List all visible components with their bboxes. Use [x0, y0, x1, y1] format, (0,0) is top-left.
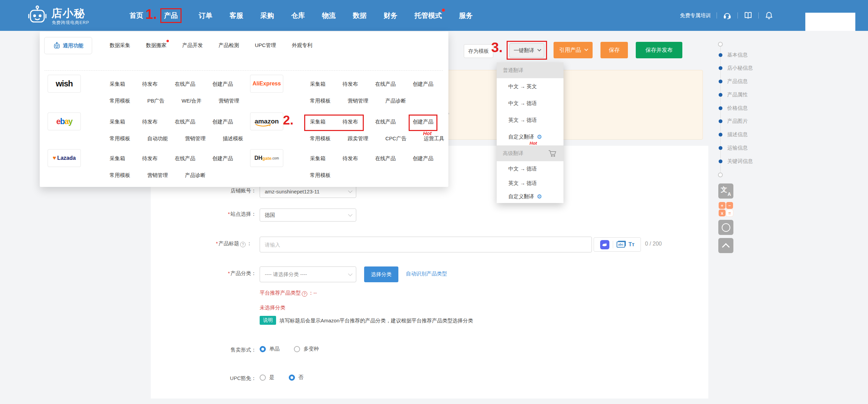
radio-upc-yes[interactable] [260, 375, 266, 381]
menu-link-data-collect[interactable]: 数据采集 [110, 42, 130, 49]
choose-category-button[interactable]: 选择分类 [364, 266, 398, 282]
site-select[interactable]: 德国 [260, 209, 356, 222]
back-to-top-fab[interactable] [718, 238, 733, 253]
ebay-logo[interactable]: ebay [48, 112, 81, 130]
dhgate-collect-box[interactable]: 采集箱 [310, 155, 325, 162]
anchor-product-info[interactable]: 产品信息 [719, 78, 748, 85]
help-icon[interactable]: ? [302, 291, 307, 297]
adv-translate-zh-de[interactable]: 中文 → 德语 [497, 161, 563, 176]
anchor-product-images[interactable]: 产品图片 [719, 118, 748, 124]
ae-marketing[interactable]: 营销管理 [348, 98, 368, 104]
lazada-logo[interactable]: ♥ Lazada [48, 149, 81, 167]
ebay-to-publish[interactable]: 待发布 [142, 119, 158, 125]
lazada-to-publish[interactable]: 待发布 [142, 155, 158, 162]
ebay-collect-box[interactable]: 采集箱 [110, 119, 125, 125]
menu-link-data-move[interactable]: 数据搬家 [146, 42, 166, 49]
translate-zh-de[interactable]: 中文 → 德语 [497, 95, 563, 112]
radio-multi-variant[interactable] [294, 346, 300, 352]
ae-online-products[interactable]: 在线产品 [375, 81, 396, 87]
lazada-diagnosis[interactable]: 产品诊断 [185, 172, 206, 179]
anchor-dxm-info[interactable]: 店小秘信息 [719, 65, 753, 71]
menu-link-product-dev[interactable]: 产品开发 [182, 42, 203, 49]
wish-online-products[interactable]: 在线产品 [175, 81, 195, 87]
anchor-shipping-info[interactable]: 运输信息 [719, 145, 748, 151]
ae-collect-box[interactable]: 采集箱 [310, 81, 325, 87]
lazada-templates[interactable]: 常用模板 [110, 172, 130, 179]
wish-collect-box[interactable]: 采集箱 [110, 81, 125, 87]
amazon-operation-tools[interactable]: 运营工具 [424, 135, 444, 142]
ae-diagnosis[interactable]: 产品诊断 [385, 98, 406, 104]
nav-services[interactable]: 服务 [459, 11, 473, 20]
ai-translate-icon[interactable] [600, 240, 609, 249]
radio-label[interactable]: 否 [298, 374, 303, 381]
adv-translate-en-de[interactable]: 英文 → 德语 [497, 176, 563, 190]
dhgate-online-products[interactable]: 在线产品 [375, 155, 396, 162]
anchor-price-info[interactable]: 价格信息 [719, 105, 748, 111]
save-as-template-button[interactable]: 存为模板 [464, 44, 493, 58]
anchor-keywords-info[interactable]: 关键词信息 [719, 158, 753, 165]
headset-icon[interactable] [723, 11, 732, 20]
text-case-icon[interactable]: Tт [629, 241, 635, 248]
nav-data[interactable]: 数据 [353, 11, 367, 20]
nav-service[interactable]: 客服 [230, 11, 243, 20]
dhgate-create-product[interactable]: 创建产品 [413, 155, 433, 162]
amazon-cpc-ads[interactable]: CPC广告 [385, 135, 407, 142]
product-title-input[interactable] [260, 237, 592, 252]
anchor-product-attrs[interactable]: 产品属性 [719, 92, 748, 98]
notification-bell-icon[interactable] [765, 11, 773, 20]
category-select[interactable]: ---- 请选择分类 ---- [260, 266, 356, 282]
anchor-basic-info[interactable]: 基本信息 [719, 52, 748, 58]
lazada-create-product[interactable]: 创建产品 [212, 155, 233, 162]
handbook-icon[interactable] [744, 11, 753, 20]
amazon-logo[interactable]: amazon [250, 112, 283, 130]
ebay-templates[interactable]: 常用模板 [110, 135, 130, 142]
amazon-templates[interactable]: 常用模板 [310, 135, 331, 142]
lazada-online-products[interactable]: 在线产品 [175, 155, 195, 162]
wish-logo[interactable]: wish [48, 75, 81, 93]
quote-product-button[interactable]: 引用产品 [554, 42, 593, 58]
ebay-create-product[interactable]: 创建产品 [212, 119, 233, 125]
wish-create-product[interactable]: 创建产品 [212, 81, 233, 87]
menu-link-upc-manage[interactable]: UPC管理 [255, 42, 276, 49]
wish-we-merge[interactable]: WE/合并 [182, 98, 201, 104]
ae-to-publish[interactable]: 待发布 [343, 81, 358, 87]
ae-create-product[interactable]: 创建产品 [413, 81, 433, 87]
translate-fab[interactable]: 文 A [718, 183, 733, 199]
translate-zh-en[interactable]: 中文 → 英文 [497, 78, 563, 95]
auto-detect-category-link[interactable]: 自动识别产品类型 [406, 271, 447, 277]
ebay-auto-functions[interactable]: 自动功能 [147, 135, 168, 142]
nav-home[interactable]: 首页 [129, 11, 143, 20]
anchor-description-info[interactable]: 描述信息 [719, 131, 748, 138]
nav-logistics[interactable]: 物流 [322, 11, 336, 20]
radio-label[interactable]: 多变种 [303, 346, 319, 352]
nav-purchase[interactable]: 采购 [260, 11, 274, 20]
ebay-marketing[interactable]: 营销管理 [185, 135, 206, 142]
dhgate-to-publish[interactable]: 待发布 [343, 155, 358, 162]
help-icon[interactable]: ? [240, 242, 246, 247]
radio-label[interactable]: 是 [269, 374, 274, 381]
calculator-fab[interactable]: + − x = [718, 202, 733, 217]
wish-pb-ads[interactable]: PB广告 [147, 98, 164, 104]
menu-link-design-patent[interactable]: 外观专利 [292, 42, 312, 49]
dhgate-logo[interactable]: DHgate.com [250, 149, 283, 167]
radio-single-item[interactable] [260, 346, 266, 352]
spellcheck-icon[interactable]: abc [617, 241, 625, 248]
amazon-online-products[interactable]: 在线产品 [375, 119, 396, 125]
ae-templates[interactable]: 常用模板 [310, 98, 331, 104]
lazada-marketing[interactable]: 营销管理 [147, 172, 168, 179]
save-and-publish-button[interactable]: 保存并发布 [636, 42, 682, 58]
gear-icon[interactable]: ⚙ [537, 193, 542, 200]
nav-orders[interactable]: 订单 [199, 11, 212, 20]
nav-products[interactable]: 1. 产品 [160, 8, 182, 23]
nav-warehouse[interactable]: 仓库 [291, 11, 305, 20]
nav-managed-mode[interactable]: 托管模式 [414, 11, 442, 20]
ebay-online-products[interactable]: 在线产品 [175, 119, 195, 125]
wish-templates[interactable]: 常用模板 [110, 98, 130, 104]
training-link[interactable]: 免费专属培训 [680, 12, 711, 19]
menu-link-product-check[interactable]: 产品检测 [219, 42, 239, 49]
user-account-area[interactable] [805, 13, 855, 31]
cart-icon[interactable] [548, 149, 557, 158]
radio-label[interactable]: 单品 [269, 346, 280, 352]
save-button[interactable]: 保存 [600, 42, 628, 58]
wish-to-publish[interactable]: 待发布 [142, 81, 158, 87]
